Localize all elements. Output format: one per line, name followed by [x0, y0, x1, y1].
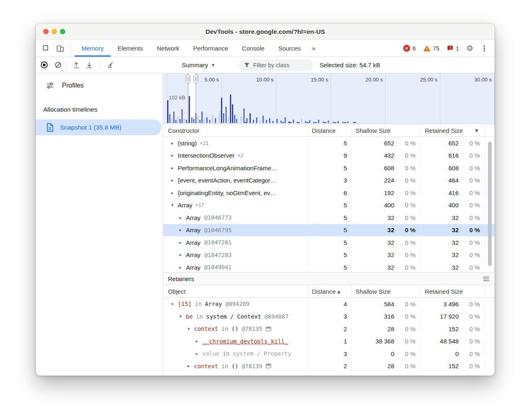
tab-sources[interactable]: Sources	[272, 40, 308, 57]
panel-content: Profiles Allocation timelines Snapshot 1…	[36, 73, 495, 376]
console-warnings-button[interactable]: 75	[423, 45, 439, 52]
constructor-row[interactable]: ▸Array@10490415320 %320 %	[163, 261, 495, 272]
column-header-shallow-size[interactable]: Shallow Size	[351, 285, 421, 297]
constructor-cell: ▸{originatingEntity, noGtmEvent, ev…	[163, 187, 309, 199]
allocation-timeline[interactable]: 102 kB 5.00 s10.00 s15.00 s20.00 s25.00 …	[163, 73, 495, 124]
size-percent: 0 %	[459, 189, 480, 196]
retainer-row[interactable]: ▾contextin()@781352280 %1520 %	[163, 323, 495, 335]
timeline-bar	[199, 120, 201, 123]
timeline-selection-handle[interactable]	[194, 73, 198, 124]
expand-toggle-icon[interactable]: ▸	[171, 178, 178, 183]
collapse-toggle-icon[interactable]: ▾	[188, 326, 194, 332]
perspective-select[interactable]: Summary ▼	[182, 62, 214, 68]
column-header-distance[interactable]: Distance▲	[309, 285, 351, 297]
collapse-toggle-icon[interactable]: ▾	[179, 314, 186, 319]
save-profile-icon[interactable]	[85, 61, 93, 69]
column-header-object[interactable]: Object	[163, 285, 309, 297]
retained-size-cell: 320 %	[421, 211, 485, 224]
collapse-toggle-icon[interactable]: ▾	[171, 202, 178, 208]
retainers-menu-icon[interactable]	[483, 276, 490, 281]
expand-toggle-icon[interactable]: ▸	[171, 141, 178, 146]
more-tabs-button[interactable]: »	[308, 40, 320, 57]
collapse-toggle-icon[interactable]: ▾	[171, 301, 178, 307]
expand-toggle-icon[interactable]: ▸	[171, 190, 178, 196]
constructor-row[interactable]: ▾Array×1754000 %4000 %	[163, 199, 495, 212]
class-filter-input[interactable]	[253, 62, 306, 68]
column-header-retained-size[interactable]: Retained Size▼	[421, 124, 485, 136]
constructor-name: PerformanceLongAnimationFrame…	[178, 165, 277, 172]
constructor-row[interactable]: ▸IntersectionObserver×294320 %6160 %	[163, 150, 495, 162]
inspect-element-icon[interactable]	[39, 40, 53, 57]
timeline-bar	[234, 115, 235, 123]
retainer-row[interactable]: ▾[15]inArray@89420945840 %3 4960 %	[163, 298, 495, 310]
reveal-object-icon[interactable]	[266, 364, 271, 368]
expand-toggle-icon[interactable]: ▸	[171, 153, 178, 158]
shallow-size-cell: 1920 %	[351, 187, 421, 199]
timeline-bar	[201, 112, 203, 123]
column-header-constructor[interactable]: Constructor	[163, 124, 309, 136]
constructor-row[interactable]: ▸Array@10472835320 %320 %	[163, 249, 495, 262]
constructor-row[interactable]: ▸{originatingEntity, noGtmEvent, ev…6192…	[163, 187, 495, 199]
zoom-window-button[interactable]	[60, 29, 65, 34]
expand-toggle-icon[interactable]: ▸	[179, 265, 186, 270]
size-percent: 0 %	[459, 152, 480, 159]
size-value: 608	[351, 165, 394, 172]
timeline-bar	[269, 118, 270, 123]
column-header-shallow-size[interactable]: Shallow Size	[351, 124, 421, 136]
tab-console[interactable]: Console	[235, 40, 272, 57]
clear-all-broom-icon[interactable]	[107, 61, 115, 69]
kebab-menu-icon[interactable]: ⋮	[481, 45, 488, 52]
snapshot-item[interactable]: Snapshot 1 (35.8 MB)	[36, 119, 161, 135]
tab-performance[interactable]: Performance	[186, 40, 235, 57]
shallow-size-cell: 280 %	[351, 360, 421, 373]
instance-count: ×2	[237, 152, 243, 158]
status-cluster: × 6 75 1 ⚙ ⋮	[403, 40, 495, 57]
minimize-window-button[interactable]	[52, 29, 57, 34]
window-titlebar[interactable]: DevTools - store.google.com/?hl=en-US	[36, 24, 495, 40]
expand-toggle-icon[interactable]: ▸	[196, 351, 202, 356]
tab-network[interactable]: Network	[150, 40, 186, 57]
tab-elements[interactable]: Elements	[110, 40, 150, 57]
reveal-object-icon[interactable]	[266, 327, 271, 331]
constructor-row[interactable]: ▸Array@10472815320 %320 %	[163, 236, 495, 249]
console-errors-button[interactable]: × 6	[403, 45, 416, 52]
constructor-row[interactable]: ▸Array@10467735320 %320 %	[163, 211, 495, 224]
expand-toggle-icon[interactable]: ▸	[171, 165, 178, 171]
timeline-size-label: 102 kB	[169, 95, 185, 101]
settings-gear-icon[interactable]: ⚙	[466, 44, 473, 52]
constructor-row[interactable]: ▸PerformanceLongAnimationFrame…56080 %60…	[163, 162, 495, 174]
expand-toggle-icon[interactable]: ▸	[188, 363, 194, 369]
column-header-distance[interactable]: Distance	[309, 124, 351, 136]
load-profile-icon[interactable]	[72, 61, 80, 69]
timeline-selection-handle[interactable]	[186, 73, 190, 124]
clear-profiles-icon[interactable]	[55, 62, 61, 68]
expand-toggle-icon[interactable]: ▸	[179, 227, 186, 233]
vertical-scrollbar[interactable]	[488, 142, 492, 266]
size-percent: 0 %	[394, 214, 415, 221]
column-header-retained-size[interactable]: Retained Size	[421, 285, 485, 297]
retainer-row[interactable]: ▸__chromium_devtools_kill_138 3680 %48 5…	[163, 335, 495, 348]
constructor-row[interactable]: ▸{event, eventAction, eventCategor…32240…	[163, 174, 495, 187]
close-window-button[interactable]	[43, 29, 49, 34]
tab-memory[interactable]: Memory	[75, 40, 110, 57]
expand-toggle-icon[interactable]: ▸	[196, 339, 202, 344]
retainer-row[interactable]: ▾beinsystem / Context@89408733160 %17 92…	[163, 310, 495, 323]
timeline-tick-label: 30.00 s	[474, 77, 494, 83]
expand-toggle-icon[interactable]: ▸	[179, 240, 186, 245]
in-keyword: in	[223, 350, 230, 357]
expand-toggle-icon[interactable]: ▸	[179, 252, 186, 257]
timeline-bar	[177, 117, 179, 123]
distance-cell: 1	[309, 335, 351, 348]
timeline-bar	[223, 113, 224, 123]
constructor-row[interactable]: ▸(string)×2156520 %6520 %	[163, 137, 495, 150]
profiles-label: Profiles	[62, 82, 84, 89]
retainer-row[interactable]: ▸contextin()@781392280 %1520 %	[163, 360, 495, 373]
expand-toggle-icon[interactable]: ▸	[179, 215, 186, 220]
device-toolbar-icon[interactable]	[53, 40, 67, 57]
class-filter[interactable]	[239, 59, 313, 71]
constructor-row[interactable]: ▸Array@10467955320 %320 %	[163, 224, 495, 237]
record-heap-button[interactable]	[41, 62, 48, 68]
issues-button[interactable]: 1	[447, 45, 459, 52]
constructor-cell: ▸(string)×21	[163, 137, 309, 150]
retainer-row[interactable]: ▸valueinsystem / Property300 %00 %	[163, 347, 495, 360]
